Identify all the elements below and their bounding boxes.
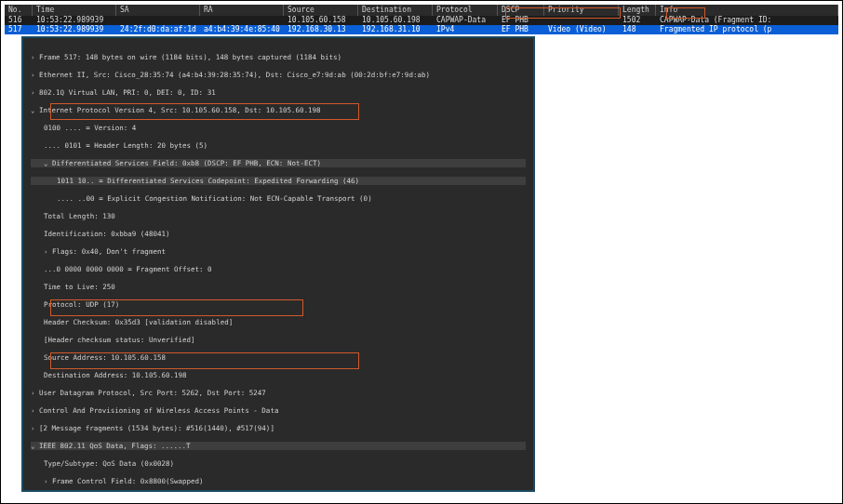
cell-info: Fragmented IP protocol (p: [656, 25, 838, 34]
cell-priority: Video (Video): [544, 25, 619, 34]
col-priority[interactable]: Priority: [544, 5, 619, 16]
cell-length: 1502: [619, 16, 656, 25]
tree-line[interactable]: Identification: 0xbba9 (48041): [31, 230, 526, 239]
cell-sa: 24:2f:d0:da:af:1d: [116, 25, 200, 34]
cell-protocol: CAPWAP-Data: [433, 16, 498, 25]
tree-line[interactable]: Total Length: 130: [31, 212, 526, 221]
tree-ipv4-outer[interactable]: Internet Protocol Version 4, Src: 10.105…: [31, 106, 526, 115]
cell-ra: a4:b4:39:4e:85:40: [200, 25, 284, 34]
col-info[interactable]: Info: [656, 5, 838, 16]
packet-row-selected[interactable]: 517 10:53:22.989939 24:2f:d0:da:af:1d a4…: [5, 25, 838, 34]
tree-line[interactable]: Type/Subtype: QoS Data (0x0028): [31, 459, 526, 469]
tree-udp[interactable]: User Datagram Protocol, Src Port: 5262, …: [31, 389, 526, 398]
col-dscp[interactable]: DSCP: [498, 5, 544, 16]
packet-details-tree[interactable]: Frame 517: 148 bytes on wire (1184 bits)…: [23, 38, 533, 492]
cell-time: 10:53:22.989939: [33, 16, 116, 25]
tree-frame[interactable]: Frame 517: 148 bytes on wire (1184 bits)…: [31, 53, 526, 62]
col-sa[interactable]: SA: [116, 5, 200, 16]
tree-line[interactable]: .... 0101 = Header Length: 20 bytes (5): [31, 141, 526, 151]
packet-row[interactable]: 516 10:53:22.989939 10.105.60.158 10.105…: [5, 16, 838, 25]
cell-time: 10:53:22.989939: [33, 25, 116, 34]
tree-ethernet[interactable]: Ethernet II, Src: Cisco_28:35:74 (a4:b4:…: [31, 71, 526, 80]
tree-line[interactable]: 0100 .... = Version: 4: [31, 124, 526, 133]
tree-dscp-ef[interactable]: 1011 10.. = Differentiated Services Code…: [31, 177, 526, 186]
tree-ecn[interactable]: .... ..00 = Explicit Congestion Notifica…: [31, 194, 526, 204]
col-time[interactable]: Time: [33, 5, 116, 16]
tree-line[interactable]: ...0 0000 0000 0000 = Fragment Offset: 0: [31, 265, 526, 274]
tree-line[interactable]: Source Address: 10.105.60.158: [31, 353, 526, 363]
tree-line[interactable]: Time to Live: 250: [31, 283, 526, 292]
packet-details-panel: Frame 517: 148 bytes on wire (1184 bits)…: [21, 36, 535, 492]
col-ra[interactable]: RA: [200, 5, 284, 16]
tree-line[interactable]: [Header checksum status: Unverified]: [31, 336, 526, 345]
tree-dsfield[interactable]: Differentiated Services Field: 0xb8 (DSC…: [31, 159, 526, 168]
cell-sa: [116, 16, 200, 25]
cell-dscp: EF PHB: [498, 16, 544, 25]
tree-fragments[interactable]: [2 Message fragments (1534 bytes): #516(…: [31, 424, 526, 433]
tree-80211-qos[interactable]: IEEE 802.11 QoS Data, Flags: ......T: [31, 442, 526, 451]
col-source[interactable]: Source: [284, 5, 358, 16]
cell-no: 516: [5, 16, 33, 25]
cell-dscp: EF PHB: [498, 25, 544, 34]
cell-info: CAPWAP-Data (Fragment ID:: [656, 16, 838, 25]
cell-source: 192.168.30.13: [284, 25, 358, 34]
cell-length: 148: [619, 25, 656, 34]
col-no[interactable]: No.: [5, 5, 33, 16]
tree-line[interactable]: Header Checksum: 0x35d3 [validation disa…: [31, 318, 526, 327]
tree-flags[interactable]: Flags: 0x40, Don't fragment: [31, 247, 526, 257]
cell-priority: [544, 16, 619, 25]
col-length[interactable]: Length: [619, 5, 656, 16]
tree-8021q[interactable]: 802.1Q Virtual LAN, PRI: 0, DEI: 0, ID: …: [31, 88, 526, 98]
cell-no: 517: [5, 25, 33, 34]
packet-rows: 516 10:53:22.989939 10.105.60.158 10.105…: [5, 16, 838, 34]
tree-fcf[interactable]: Frame Control Field: 0x8800(Swapped): [31, 477, 526, 486]
col-protocol[interactable]: Protocol: [433, 5, 498, 16]
cell-ra: [200, 16, 284, 25]
cell-protocol: IPv4: [433, 25, 498, 34]
cell-destination: 192.168.31.10: [358, 25, 433, 34]
cell-source: 10.105.60.158: [284, 16, 358, 25]
tree-capwap[interactable]: Control And Provisioning of Wireless Acc…: [31, 406, 526, 416]
column-headers: No. Time SA RA Source Destination Protoc…: [5, 5, 838, 16]
tree-line[interactable]: Destination Address: 10.105.60.198: [31, 371, 526, 380]
cell-destination: 10.105.60.198: [358, 16, 433, 25]
tree-line[interactable]: Protocol: UDP (17): [31, 300, 526, 310]
packet-list-panel: No. Time SA RA Source Destination Protoc…: [5, 5, 838, 33]
col-destination[interactable]: Destination: [358, 5, 433, 16]
